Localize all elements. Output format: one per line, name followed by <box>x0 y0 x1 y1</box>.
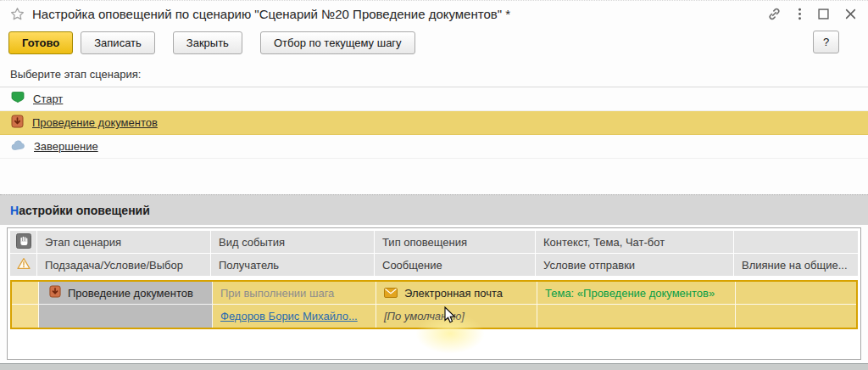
record-row-2: Федоров Борис Михайло... [По умолчанию] <box>12 305 856 328</box>
notification-record: Проведение документов При выполнении шаг… <box>10 280 858 329</box>
document-posting-icon <box>11 115 24 132</box>
column-header[interactable]: Контекст, Тема, Чат-бот <box>536 231 734 254</box>
column-header[interactable]: Получатель <box>211 254 375 277</box>
notifications-table: Этап сценария Вид события Тип оповещения… <box>7 227 861 360</box>
finish-cloud-icon <box>11 139 25 154</box>
cell-event-kind[interactable]: При выполнении шага <box>213 282 376 305</box>
stage-item-finish[interactable]: Завершение <box>0 135 868 159</box>
cell-subtask[interactable] <box>39 305 213 328</box>
cell-influence[interactable] <box>736 282 856 305</box>
maximize-icon[interactable] <box>818 8 829 20</box>
cell-recipient[interactable]: Федоров Борис Михайло... <box>213 305 376 328</box>
column-header[interactable]: Тип оповещения <box>375 231 536 254</box>
link-icon[interactable] <box>767 7 782 21</box>
cell-context-subject[interactable]: Тема: «Проведение документов» <box>537 282 736 305</box>
stage-item-label: Завершение <box>34 140 98 153</box>
close-button[interactable]: Закрыть <box>173 31 242 54</box>
header-text: астройки оповещений <box>19 204 150 217</box>
cell-send-condition[interactable] <box>537 305 736 328</box>
stage-item-label: Старт <box>33 92 63 105</box>
green-start-flag-icon <box>11 91 25 107</box>
column-header[interactable]: Сообщение <box>375 254 536 277</box>
warning-icon <box>17 257 31 272</box>
help-button[interactable]: ? <box>813 31 839 53</box>
done-button[interactable]: Готово <box>8 31 73 54</box>
recipient-link[interactable]: Федоров Борис Михайло... <box>220 310 358 322</box>
cell-stage-text: Проведение документов <box>68 287 193 300</box>
document-posting-icon <box>49 285 61 300</box>
page-title: Настройка оповещений по сценарию "Сценар… <box>32 7 767 21</box>
column-header[interactable]: Условие отправки <box>536 254 734 277</box>
priority-header-cell[interactable] <box>10 254 37 277</box>
stage-picker-label: Выберите этап сценария: <box>0 59 868 87</box>
column-header[interactable] <box>734 231 858 254</box>
column-header[interactable]: Вид события <box>211 231 375 254</box>
toolbar: Готово Записать Закрыть Отбор по текущем… <box>0 26 868 59</box>
row-selector-cell[interactable] <box>12 282 39 305</box>
more-menu-icon[interactable] <box>798 7 802 21</box>
row-selector-cell[interactable] <box>12 305 39 328</box>
column-header[interactable]: Этап сценария <box>37 231 211 254</box>
cell-notification-type[interactable]: Электронная почта <box>376 282 537 305</box>
stage-item-document-posting[interactable]: Проведение документов <box>0 111 868 135</box>
favorite-star-icon[interactable] <box>10 7 25 21</box>
hand-icon <box>16 233 31 251</box>
cell-message[interactable]: [По умолчанию] <box>376 305 537 328</box>
record-row-1: Проведение документов При выполнении шаг… <box>12 282 856 305</box>
cell-notification-type-text: Электронная почта <box>404 287 503 300</box>
column-grab-header-cell[interactable] <box>10 231 37 254</box>
table-header: Этап сценария Вид события Тип оповещения… <box>10 231 858 277</box>
column-header[interactable]: Подзадача/Условие/Выбор <box>37 254 211 277</box>
notification-settings-window: Настройка оповещений по сценарию "Сценар… <box>0 0 868 364</box>
titlebar: Настройка оповещений по сценарию "Сценар… <box>0 1 868 26</box>
write-button[interactable]: Записать <box>81 31 155 54</box>
column-header[interactable]: Влияние на общие... <box>734 254 858 277</box>
cell-stage[interactable]: Проведение документов <box>39 282 213 305</box>
close-icon[interactable] <box>845 8 856 20</box>
filter-by-step-button[interactable]: Отбор по текущему шагу <box>260 31 415 54</box>
cell-influence[interactable] <box>736 305 856 328</box>
header-accesskey: Н <box>10 204 19 217</box>
stage-item-label: Проведение документов <box>32 116 158 129</box>
notifications-section-header: Настройки оповещений <box>0 194 868 225</box>
content-spacer <box>0 159 868 194</box>
stage-item-start[interactable]: Старт <box>0 87 868 111</box>
email-icon <box>384 288 398 298</box>
